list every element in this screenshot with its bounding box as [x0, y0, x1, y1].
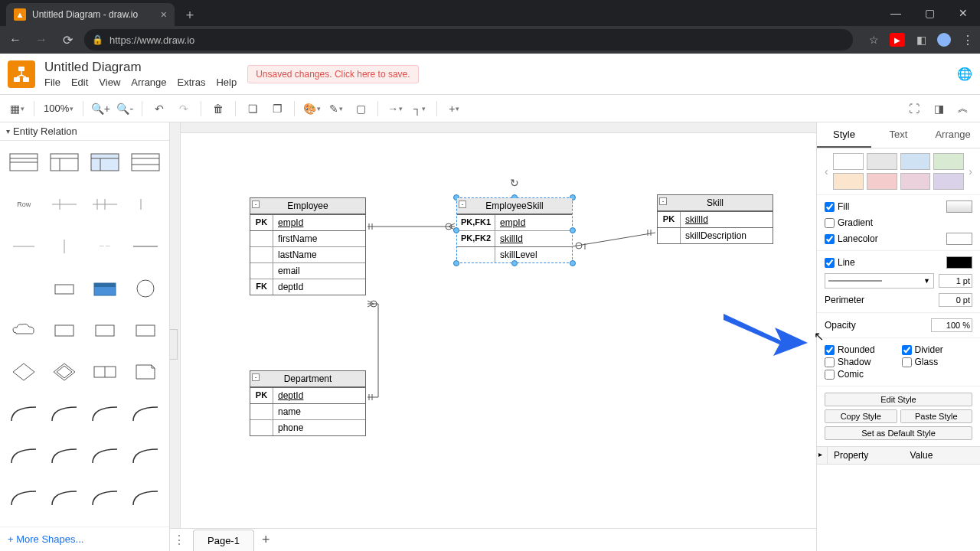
- profile-avatar[interactable]: [937, 33, 951, 47]
- table-employee[interactable]: -Employee PKempId firstName lastName ema…: [250, 197, 366, 295]
- shape-rel4[interactable]: [127, 399, 163, 429]
- shape-empty1[interactable]: [6, 273, 42, 304]
- shape-row6[interactable]: [47, 231, 83, 262]
- shape-rel12[interactable]: [127, 483, 163, 514]
- shape-entity3[interactable]: [127, 315, 163, 346]
- line-color-button[interactable]: ✎▾: [325, 98, 347, 119]
- swatch[interactable]: [867, 153, 897, 170]
- lanecolor-picker[interactable]: [946, 233, 972, 245]
- browser-tab[interactable]: ▲ Untitled Diagram - draw.io ×: [6, 3, 175, 26]
- app-logo[interactable]: [8, 60, 35, 88]
- shape-row-label[interactable]: Row: [6, 189, 42, 220]
- redo-button[interactable]: ↷: [173, 98, 194, 119]
- more-shapes-link[interactable]: + More Shapes...: [0, 527, 169, 551]
- forward-button[interactable]: →: [32, 31, 51, 49]
- close-window-button[interactable]: ✕: [946, 0, 980, 26]
- shape-row4[interactable]: [127, 189, 163, 220]
- menu-arrange[interactable]: Arrange: [131, 77, 166, 88]
- shape-rel5[interactable]: [6, 441, 42, 471]
- swatch[interactable]: [900, 153, 931, 170]
- to-back-button[interactable]: ❐: [266, 98, 288, 119]
- close-tab-icon[interactable]: ×: [161, 8, 167, 21]
- shape-table4[interactable]: [127, 147, 163, 178]
- shape-hr[interactable]: [127, 231, 163, 262]
- extension-icon[interactable]: ◧: [914, 33, 928, 47]
- zoom-out-button[interactable]: 🔍-: [114, 98, 136, 119]
- gradient-checkbox[interactable]: [825, 218, 835, 228]
- swatch[interactable]: [900, 173, 931, 190]
- shape-rel11[interactable]: [87, 483, 123, 514]
- unsaved-warning[interactable]: Unsaved changes. Click here to save.: [247, 65, 418, 83]
- property-header[interactable]: ▸ Property Value: [817, 446, 980, 465]
- shadow-checkbox[interactable]: [825, 357, 835, 367]
- address-bar[interactable]: 🔒 https://www.draw.io: [84, 29, 853, 51]
- shape-rel6[interactable]: [47, 441, 83, 471]
- bookmark-icon[interactable]: ☆: [867, 33, 880, 47]
- edit-style-button[interactable]: Edit Style: [825, 393, 972, 406]
- line-style-select[interactable]: ▼: [825, 273, 934, 289]
- shape-note[interactable]: [127, 357, 163, 387]
- shape-rect[interactable]: [47, 273, 83, 304]
- table-skill[interactable]: -Skill PKskillId skillDescription: [657, 194, 773, 244]
- to-front-button[interactable]: ❏: [242, 98, 263, 119]
- fill-color-button[interactable]: 🎨▾: [301, 98, 322, 119]
- rotate-handle-icon[interactable]: ↻: [510, 177, 519, 189]
- table-employeeskill[interactable]: ↻ -EmployeeSkill PK,FK1empId PK,FK2skill…: [456, 197, 573, 263]
- menu-help[interactable]: Help: [216, 77, 237, 88]
- shape-entity1[interactable]: [47, 315, 83, 346]
- fill-checkbox[interactable]: [825, 202, 835, 212]
- canvas[interactable]: -Employee PKempId firstName lastName ema…: [181, 133, 816, 551]
- reload-button[interactable]: ⟳: [58, 31, 77, 49]
- swatch[interactable]: [933, 173, 964, 190]
- fullscreen-button[interactable]: ⛶: [903, 98, 925, 119]
- shadow-button[interactable]: ▢: [350, 98, 371, 119]
- opacity-input[interactable]: [931, 318, 972, 332]
- swatch[interactable]: [933, 153, 964, 170]
- line-checkbox[interactable]: [825, 258, 835, 268]
- connection-button[interactable]: →▾: [384, 98, 406, 119]
- menu-edit[interactable]: Edit: [71, 77, 88, 88]
- document-title[interactable]: Untitled Diagram: [44, 60, 237, 75]
- palette-header[interactable]: Entity Relation: [0, 122, 169, 141]
- browser-menu-icon[interactable]: ⋮: [960, 33, 974, 47]
- shape-rel2[interactable]: [47, 399, 83, 429]
- shape-split-rect[interactable]: [87, 357, 123, 387]
- shape-rel9[interactable]: [6, 483, 42, 514]
- swatch[interactable]: [833, 153, 864, 170]
- tab-style[interactable]: Style: [817, 122, 871, 148]
- delete-button[interactable]: 🗑: [207, 98, 229, 119]
- comic-checkbox[interactable]: [825, 370, 835, 380]
- menu-extras[interactable]: Extras: [178, 77, 206, 88]
- shape-cloud[interactable]: [6, 315, 42, 346]
- perimeter-input[interactable]: [939, 293, 972, 307]
- menu-file[interactable]: File: [44, 77, 60, 88]
- new-tab-button[interactable]: +: [179, 5, 201, 26]
- shape-rel7[interactable]: [87, 441, 123, 471]
- language-icon[interactable]: 🌐: [957, 67, 972, 81]
- shape-diamond2[interactable]: [47, 357, 83, 387]
- add-page-button[interactable]: +: [254, 529, 278, 551]
- glass-checkbox[interactable]: [902, 357, 912, 367]
- maximize-button[interactable]: ▢: [913, 0, 946, 26]
- default-style-button[interactable]: Set as Default Style: [825, 426, 972, 440]
- waypoint-button[interactable]: ┐▾: [409, 98, 430, 119]
- shape-table3[interactable]: [87, 147, 123, 178]
- tab-text[interactable]: Text: [871, 122, 926, 148]
- shape-row2[interactable]: [47, 189, 83, 220]
- rounded-checkbox[interactable]: [825, 345, 835, 355]
- collapse-button[interactable]: ︽: [952, 98, 974, 119]
- line-color-picker[interactable]: [946, 256, 972, 269]
- undo-button[interactable]: ↶: [149, 98, 170, 119]
- swatch[interactable]: [867, 173, 897, 190]
- youtube-ext-icon[interactable]: ▶: [890, 33, 905, 47]
- copy-style-button[interactable]: Copy Style: [825, 409, 897, 423]
- shape-rel1[interactable]: [6, 399, 42, 429]
- shape-diamond[interactable]: [6, 357, 42, 387]
- insert-button[interactable]: +▾: [443, 98, 465, 119]
- sidebar-collapse-handle[interactable]: [170, 329, 178, 360]
- menu-view[interactable]: View: [99, 77, 120, 88]
- fill-color-picker[interactable]: [946, 201, 972, 213]
- shape-table1[interactable]: [6, 147, 42, 178]
- shape-row3[interactable]: [87, 189, 123, 220]
- lanecolor-checkbox[interactable]: [825, 234, 835, 244]
